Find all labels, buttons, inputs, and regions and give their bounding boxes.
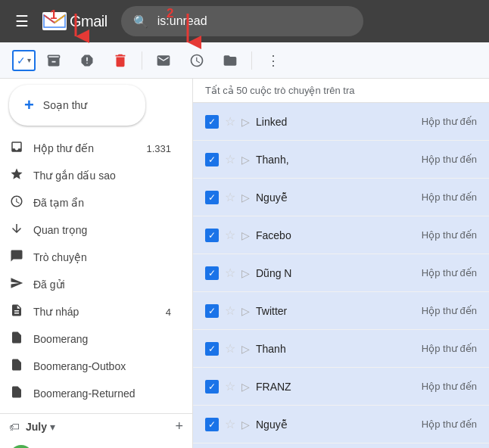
add-label-icon[interactable]: + xyxy=(175,418,183,434)
star-icon[interactable]: ☆ xyxy=(225,379,235,394)
forward-icon: ▷ xyxy=(241,381,250,393)
email-sender: Facebo xyxy=(256,229,316,241)
search-icon: 🔍 xyxy=(133,14,148,29)
drafts-icon xyxy=(9,303,24,320)
july-caret-icon: ▾ xyxy=(50,421,55,433)
boomerang-returned-label: Boomerang-Returned xyxy=(33,387,171,400)
report-spam-button[interactable] xyxy=(72,47,102,74)
chat-icon xyxy=(9,249,24,266)
forward-icon: ▷ xyxy=(241,229,250,241)
inbox-count: 1.331 xyxy=(146,143,171,154)
table-row[interactable]: ✓ ☆ ▷ Facebo Hộp thư đến xyxy=(193,216,489,254)
checkbox-check-icon: ✓ xyxy=(17,54,26,67)
table-row[interactable]: ✓ ☆ ▷ FRANZ Hộp thư đến xyxy=(193,368,489,406)
forward-icon: ▷ xyxy=(241,267,250,279)
email-checkbox[interactable]: ✓ xyxy=(205,380,219,394)
boomerang-outbox-icon xyxy=(9,358,24,375)
july-label-icon: 🏷 xyxy=(9,421,20,433)
email-checkbox[interactable]: ✓ xyxy=(205,115,219,129)
thu-huong-avatar: T xyxy=(9,445,33,448)
email-checkbox[interactable]: ✓ xyxy=(205,153,219,166)
star-icon[interactable]: ☆ xyxy=(225,152,235,166)
sidebar-item-snoozed[interactable]: Đã tạm ẩn xyxy=(0,189,180,216)
table-row[interactable]: ✓ ☆ ▷ Twitter Hộp thư đến xyxy=(193,292,489,330)
star-icon[interactable]: ☆ xyxy=(225,190,235,204)
email-sender: Thanh xyxy=(256,343,316,355)
table-row[interactable]: ✓ ☆ ▷ Nguyễ Hộp thư đến xyxy=(193,179,489,216)
email-sender: Linked xyxy=(256,116,316,128)
sidebar-item-inbox[interactable]: Hộp thư đến 1.331 xyxy=(0,135,180,162)
sidebar-item-chat[interactable]: Trò chuyện xyxy=(0,244,180,271)
menu-icon[interactable]: ☰ xyxy=(9,6,35,36)
email-checkbox[interactable]: ✓ xyxy=(205,229,219,242)
star-icon[interactable]: ☆ xyxy=(225,266,235,280)
email-folder: Hộp thư đến xyxy=(422,418,477,430)
separator-1 xyxy=(142,51,142,70)
email-checkbox[interactable]: ✓ xyxy=(205,191,219,204)
table-row[interactable]: ✓ ☆ ▷ Nguyễ Hộp thư đến xyxy=(193,406,489,443)
delete-button[interactable] xyxy=(105,47,135,74)
snoozed-label: Đã tạm ẩn xyxy=(33,197,171,209)
sidebar-item-important[interactable]: Quan trọng xyxy=(0,216,180,244)
compose-plus-icon: + xyxy=(24,95,34,115)
email-sender: Dũng N xyxy=(256,267,316,279)
sidebar-item-sent[interactable]: Đã gửi xyxy=(0,271,180,298)
boomerang-label: Boomerang xyxy=(33,333,171,345)
search-bar[interactable]: 🔍 is:unread xyxy=(121,6,363,36)
boomerang-returned-icon xyxy=(9,385,24,402)
email-checkbox[interactable]: ✓ xyxy=(205,342,219,356)
important-label: Quan trọng xyxy=(33,224,171,236)
checkbox-caret-icon: ▾ xyxy=(27,56,31,64)
forward-icon: ▷ xyxy=(241,305,250,317)
table-row[interactable]: ✓ ☆ ▷ Linked Hộp thư đến xyxy=(193,103,489,141)
sidebar-item-starred[interactable]: Thư gắn dấu sao xyxy=(0,162,180,189)
email-folder: Hộp thư đến xyxy=(422,229,477,241)
drafts-label: Thư nháp xyxy=(33,306,157,318)
archive-button[interactable] xyxy=(39,47,69,74)
starred-label: Thư gắn dấu sao xyxy=(33,170,171,182)
star-icon[interactable]: ☆ xyxy=(225,417,235,431)
star-icon[interactable]: ☆ xyxy=(225,341,235,356)
email-checkbox[interactable]: ✓ xyxy=(205,418,219,431)
sidebar-item-boomerang-returned[interactable]: Boomerang-Returned xyxy=(0,380,180,407)
sent-icon xyxy=(9,276,24,293)
forward-icon: ▷ xyxy=(241,343,250,355)
compose-label: Soạn thư xyxy=(43,99,87,111)
table-row[interactable]: ✓ ☆ ▷ Thanh Hộp thư đến xyxy=(193,330,489,368)
inbox-label: Hộp thư đến xyxy=(33,142,137,154)
forward-icon: ▷ xyxy=(241,191,250,204)
email-folder: Hộp thư đến xyxy=(422,343,477,354)
email-folder: Hộp thư đến xyxy=(422,381,477,392)
sidebar-item-drafts[interactable]: Thư nháp 4 xyxy=(0,298,180,325)
table-row[interactable]: ✓ ☆ ▷ Hà Thị Hộp thư đến xyxy=(193,443,489,448)
star-icon[interactable]: ☆ xyxy=(225,114,235,129)
email-checkbox[interactable]: ✓ xyxy=(205,266,219,280)
forward-icon: ▷ xyxy=(241,116,250,128)
email-folder: Hộp thư đến xyxy=(422,191,477,203)
star-icon[interactable]: ☆ xyxy=(225,228,235,242)
email-sender: Thanh, xyxy=(256,154,316,166)
drafts-count: 4 xyxy=(166,306,171,318)
more-options-button[interactable]: ⋮ xyxy=(258,47,288,74)
boomerang-icon xyxy=(9,331,24,347)
select-all-checkbox[interactable]: ✓ ▾ xyxy=(12,50,36,71)
snoozed-icon xyxy=(9,194,24,211)
annotation-1: 1 xyxy=(50,8,57,23)
contact-thu-huong[interactable]: T Thu Hương Đã gửi thông báo xyxy=(0,439,192,448)
move-button[interactable] xyxy=(215,47,245,74)
email-folder: Hộp thư đến xyxy=(422,116,477,127)
arrow-2-svg xyxy=(173,14,203,51)
sidebar-item-boomerang-outbox[interactable]: Boomerang-Outbox xyxy=(0,353,180,380)
arrow-1-svg xyxy=(61,14,91,44)
table-row[interactable]: ✓ ☆ ▷ Thanh, Hộp thư đến xyxy=(193,141,489,179)
email-list: Tất cả 50 cuộc trò chuyện trên tra ✓ ☆ ▷… xyxy=(193,79,489,448)
email-checkbox[interactable]: ✓ xyxy=(205,304,219,318)
label-july-section[interactable]: 🏷 July ▾ + xyxy=(0,413,192,439)
table-row[interactable]: ✓ ☆ ▷ Dũng N Hộp thư đến xyxy=(193,254,489,292)
email-folder: Hộp thư đến xyxy=(422,154,477,165)
sent-label: Đã gửi xyxy=(33,278,171,291)
sidebar-item-boomerang[interactable]: Boomerang xyxy=(0,325,180,353)
star-icon[interactable]: ☆ xyxy=(225,303,235,318)
chat-label: Trò chuyện xyxy=(33,251,171,263)
compose-button[interactable]: + Soạn thư xyxy=(9,85,145,126)
